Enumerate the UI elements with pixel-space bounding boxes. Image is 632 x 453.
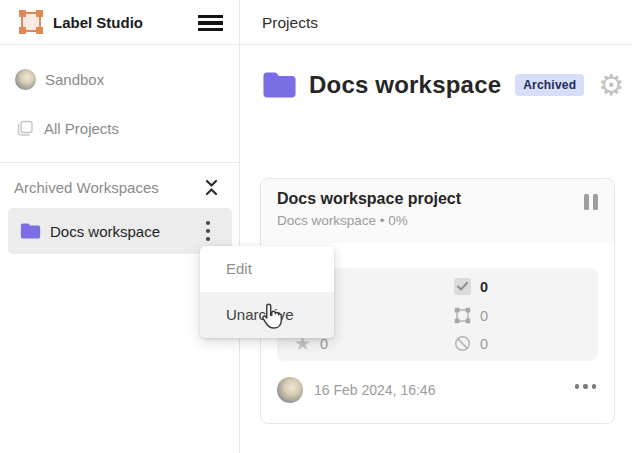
sidebar-item-docs-workspace[interactable]: Docs workspace <box>8 208 232 254</box>
menu-item-edit[interactable]: Edit <box>200 246 334 292</box>
kebab-menu-icon[interactable] <box>202 219 214 243</box>
projects-stack-icon <box>15 118 35 138</box>
created-date: 16 Feb 2024, 16:46 <box>314 382 435 398</box>
label-studio-logo-icon <box>21 12 41 32</box>
project-card-subtitle: Docs workspace • 0% <box>277 213 598 228</box>
blocked-icon <box>454 335 471 352</box>
sidebar-item-label: Sandbox <box>45 71 104 88</box>
card-menu-icon[interactable] <box>575 384 597 389</box>
archived-badge: Archived <box>515 74 584 96</box>
hamburger-menu-button[interactable] <box>198 15 223 31</box>
check-icon <box>454 278 471 295</box>
user-avatar <box>15 69 36 90</box>
main-content: Projects Docs workspace Archived ⚙ Docs … <box>240 0 632 453</box>
app-title: Label Studio <box>53 0 143 45</box>
project-card-footer: 16 Feb 2024, 16:46 <box>277 370 598 410</box>
bbox-icon <box>454 307 471 324</box>
label-studio-app: Label Studio Sandbox All Projects Archiv… <box>0 0 632 453</box>
sidebar-item-sandbox[interactable]: Sandbox <box>0 64 239 94</box>
sidebar-header: Label Studio <box>0 0 239 45</box>
project-card-header: Docs workspace project Docs workspace • … <box>261 179 614 243</box>
creator-avatar <box>277 377 303 403</box>
stat-annotations: 0 <box>454 307 488 324</box>
page-title: Projects <box>262 0 318 45</box>
sidebar-divider <box>0 162 239 163</box>
workspace-title: Docs workspace <box>309 71 501 99</box>
section-label: Archived Workspaces <box>14 179 159 196</box>
sidebar-item-label: All Projects <box>44 120 119 137</box>
sidebar-item-label: Docs workspace <box>50 223 160 240</box>
archived-workspaces-header[interactable]: Archived Workspaces <box>0 174 239 200</box>
stat-value: 0 <box>480 308 488 324</box>
pause-icon[interactable] <box>584 194 598 210</box>
sidebar: Label Studio Sandbox All Projects Archiv… <box>0 0 240 453</box>
stat-value: 0 <box>480 336 488 352</box>
sidebar-item-all-projects[interactable]: All Projects <box>0 113 239 143</box>
stat-completed: 0 <box>454 278 488 295</box>
collapse-icon[interactable] <box>203 177 220 198</box>
settings-gear-icon[interactable]: ⚙ <box>598 71 624 100</box>
folder-icon <box>20 222 41 240</box>
workspace-folder-icon <box>262 70 297 100</box>
menu-item-unarchive[interactable]: Unarchive <box>200 292 334 338</box>
workspace-header: Docs workspace Archived ⚙ <box>262 66 624 104</box>
stat-value: 0 <box>480 279 488 295</box>
main-header: Projects <box>240 0 632 45</box>
project-card-title: Docs workspace project <box>277 190 598 208</box>
stat-skipped: 0 <box>454 335 488 352</box>
context-menu: Edit Unarchive <box>200 246 334 338</box>
